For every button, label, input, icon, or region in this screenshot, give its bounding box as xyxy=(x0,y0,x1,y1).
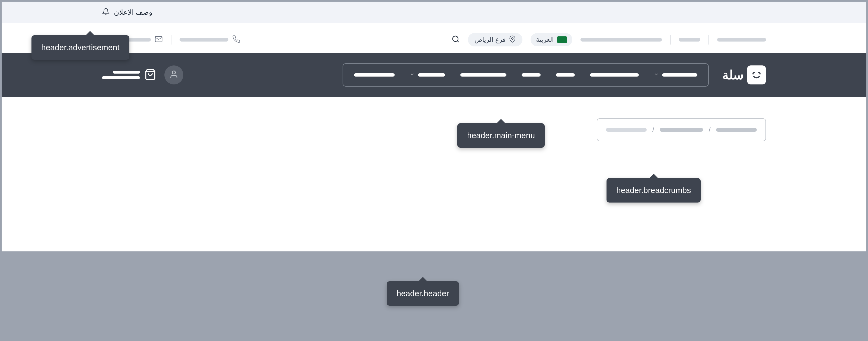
menu-label xyxy=(418,73,445,77)
phone-icon xyxy=(232,35,240,44)
menu-item[interactable] xyxy=(522,73,540,77)
cart-total xyxy=(102,76,140,79)
tooltip-advertisement: header.advertisement xyxy=(31,35,129,60)
breadcrumb-current xyxy=(606,128,647,132)
divider xyxy=(670,35,671,45)
main-menu xyxy=(343,63,709,87)
branch-label: فرع الرياض xyxy=(474,36,506,44)
menu-item[interactable] xyxy=(354,73,395,77)
utility-link[interactable] xyxy=(581,38,662,41)
branch-selector[interactable]: فرع الرياض xyxy=(468,33,522,47)
breadcrumb-item[interactable] xyxy=(660,128,703,132)
account-button[interactable] xyxy=(164,65,183,84)
divider xyxy=(171,35,172,45)
phone-text xyxy=(180,38,228,41)
svg-rect-3 xyxy=(155,36,162,42)
main-navigation: سلة xyxy=(2,53,866,97)
tooltip-header: header.header xyxy=(387,281,459,306)
location-pin-icon xyxy=(509,35,516,44)
breadcrumb-item[interactable] xyxy=(716,128,757,132)
chevron-down-icon xyxy=(654,72,659,78)
advertisement-text: وصف الإعلان xyxy=(114,8,152,17)
menu-label xyxy=(460,73,506,77)
phone-contact[interactable] xyxy=(180,35,240,44)
tooltip-breadcrumbs: header.breadcrumbs xyxy=(607,178,701,202)
breadcrumb-separator: / xyxy=(652,125,654,134)
language-selector[interactable]: العربية xyxy=(531,33,572,46)
user-icon xyxy=(169,70,179,80)
flag-icon xyxy=(557,36,567,43)
menu-item[interactable] xyxy=(590,73,639,77)
menu-label xyxy=(662,73,698,77)
header-frame: وصف الإعلان العربية xyxy=(2,2,866,251)
mail-icon xyxy=(155,35,163,44)
menu-label xyxy=(522,73,540,77)
search-icon[interactable] xyxy=(452,35,460,44)
menu-label xyxy=(354,73,395,77)
menu-item[interactable] xyxy=(460,73,506,77)
menu-item[interactable] xyxy=(654,72,698,78)
advertisement-bar: وصف الإعلان xyxy=(2,2,866,23)
tooltip-main-menu: header.main-menu xyxy=(457,123,545,148)
logo-icon xyxy=(747,65,766,84)
utility-link[interactable] xyxy=(679,38,701,41)
menu-item[interactable] xyxy=(410,72,445,78)
svg-point-4 xyxy=(172,71,175,74)
cart-label xyxy=(113,71,140,74)
bell-icon xyxy=(102,8,110,17)
menu-item[interactable] xyxy=(556,73,575,77)
cart-button[interactable] xyxy=(102,68,156,81)
chevron-down-icon xyxy=(410,72,415,78)
svg-line-2 xyxy=(457,41,459,42)
utility-link[interactable] xyxy=(717,38,766,41)
menu-label xyxy=(590,73,639,77)
logo-text: سلة xyxy=(722,67,744,82)
svg-point-1 xyxy=(453,36,458,41)
divider xyxy=(709,35,709,45)
breadcrumb-separator: / xyxy=(709,125,711,134)
language-label: العربية xyxy=(536,36,554,44)
logo[interactable]: سلة xyxy=(722,65,766,84)
menu-label xyxy=(556,73,575,77)
breadcrumb: / / xyxy=(597,118,766,141)
content-area: / / xyxy=(2,97,866,251)
shopping-bag-icon xyxy=(144,68,156,81)
svg-point-0 xyxy=(512,38,514,40)
top-utility-bar: العربية فرع الرياض xyxy=(2,26,866,53)
